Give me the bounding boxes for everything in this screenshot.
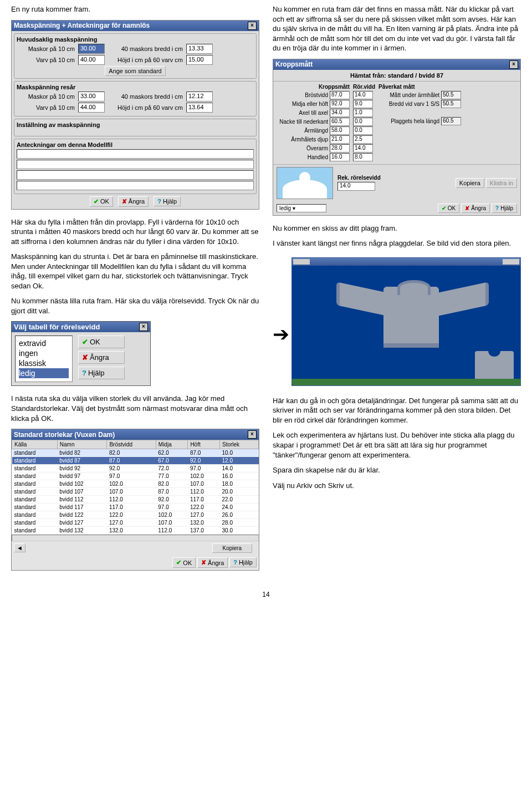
close-icon[interactable]: × bbox=[139, 323, 148, 331]
group-label: Inställning av maskspänning bbox=[17, 121, 254, 128]
dialog-title: Välj tabell för rörelsevidd bbox=[14, 323, 100, 331]
table-row[interactable]: standardbvidd 132132.0112.0137.030.0 bbox=[12, 527, 259, 535]
ok-button[interactable]: ✔OK bbox=[172, 557, 196, 568]
measure-label: Handled bbox=[275, 154, 328, 160]
body-paragraph: Här ska du fylla i måtten från din provl… bbox=[11, 217, 259, 247]
storlekar-dialog: Standard storlekar (Vuxen Dam) × KällaNa… bbox=[11, 429, 259, 571]
hojd-input[interactable]: 15.00 bbox=[186, 55, 213, 65]
close-icon[interactable]: × bbox=[509, 60, 518, 69]
measure-input[interactable]: 58.0 bbox=[330, 126, 350, 135]
list-item-selected[interactable]: ledig bbox=[19, 368, 69, 378]
help-button[interactable]: ?Hjälp bbox=[154, 196, 181, 206]
measure-input[interactable]: 87.0 bbox=[330, 91, 350, 99]
table-row[interactable]: standardbvidd 9797.077.0102.016.0 bbox=[12, 472, 259, 480]
column-header[interactable]: Storlek bbox=[219, 440, 258, 449]
scrollbar[interactable] bbox=[12, 535, 259, 541]
help-button[interactable]: ?Hjälp bbox=[229, 557, 257, 567]
ease-list[interactable]: extravid ingen klassisk ledig bbox=[15, 336, 73, 382]
kopiera-button[interactable]: Kopiera bbox=[456, 178, 484, 188]
varv-input[interactable]: 40.00 bbox=[78, 55, 105, 65]
rek-value: 14.0 bbox=[337, 182, 375, 191]
check-icon: ✔ bbox=[176, 559, 181, 566]
measure-input[interactable]: 60.5 bbox=[330, 118, 350, 126]
help-icon: ? bbox=[82, 369, 86, 377]
measure-input[interactable]: 34.0 bbox=[330, 109, 350, 117]
column-header[interactable]: Midja bbox=[156, 440, 188, 449]
notes-line[interactable] bbox=[17, 181, 254, 190]
ease-input[interactable]: 14.0 bbox=[353, 144, 373, 153]
measure-label: Axel till axel bbox=[275, 110, 328, 116]
bredd-resar-input[interactable]: 12.12 bbox=[186, 92, 213, 101]
varv-resar-input[interactable]: 44.00 bbox=[78, 103, 105, 113]
list-item[interactable]: extravid bbox=[19, 338, 69, 348]
table-row[interactable]: standardbvidd 122122.0102.0127.026.0 bbox=[12, 511, 259, 519]
ease-input[interactable]: 14.0 bbox=[353, 91, 373, 99]
ease-input[interactable]: 2.5 bbox=[353, 135, 373, 144]
ease-input[interactable]: 0.0 bbox=[353, 118, 373, 126]
ange-standard-button[interactable]: Ange som standard bbox=[105, 66, 165, 76]
kroppsmatt-dialog: Kroppsmått × Hämtat från: standard / bvi… bbox=[273, 59, 521, 216]
list-item[interactable]: ingen bbox=[19, 348, 69, 358]
list-item[interactable]: klassisk bbox=[19, 358, 69, 368]
column-header: Påverkat mått bbox=[378, 84, 461, 90]
klistra-button: Klistra in bbox=[486, 178, 517, 188]
ease-input[interactable]: 9.0 bbox=[353, 100, 373, 108]
pattern-piece[interactable] bbox=[475, 351, 514, 379]
table-row[interactable]: standardbvidd 8282.062.087.010.0 bbox=[12, 449, 259, 457]
table-row[interactable]: standardbvidd 112112.092.0117.022.0 bbox=[12, 496, 259, 504]
close-icon[interactable]: × bbox=[248, 430, 257, 439]
table-row[interactable]: standardbvidd 102102.082.0107.018.0 bbox=[12, 480, 259, 488]
ease-input[interactable]: 1.0 bbox=[353, 109, 373, 117]
window-titlebar bbox=[292, 258, 520, 266]
column-header[interactable]: Bröstvidd bbox=[107, 440, 156, 449]
maskor-resar-input[interactable]: 33.00 bbox=[78, 92, 105, 101]
ease-input[interactable]: 0.0 bbox=[353, 126, 373, 135]
help-icon: ? bbox=[495, 205, 499, 211]
maskspanning-dialog: Maskspänning + Anteckningar för namnlös … bbox=[11, 20, 259, 210]
column-header[interactable]: Höft bbox=[188, 440, 220, 449]
body-paragraph: Här kan du gå in och göra detaljändringa… bbox=[273, 396, 521, 425]
ok-button[interactable]: ✔OK bbox=[78, 336, 125, 348]
ease-dropdown[interactable]: ledig ▾ bbox=[277, 204, 326, 212]
kopiera-button[interactable]: Kopiera bbox=[212, 543, 252, 553]
column-header[interactable]: Namn bbox=[57, 440, 107, 449]
cancel-button[interactable]: ✘Ångra bbox=[461, 204, 490, 213]
table-row[interactable]: standardbvidd 9292.072.097.014.0 bbox=[12, 465, 259, 472]
cancel-button[interactable]: ✘Ångra bbox=[197, 557, 228, 568]
hojd-resar-input[interactable]: 13.64 bbox=[186, 103, 213, 113]
measure-label: Ärmhålets djup bbox=[275, 136, 328, 143]
cancel-button[interactable]: ✘Ångra bbox=[118, 196, 149, 207]
column-header: Rör.vidd bbox=[353, 84, 375, 90]
help-button[interactable]: ?Hjälp bbox=[492, 204, 517, 213]
measure-input[interactable]: 92.0 bbox=[330, 100, 350, 108]
table-row[interactable]: standardbvidd 117117.097.0122.024.0 bbox=[12, 504, 259, 511]
check-icon: ✔ bbox=[82, 338, 88, 346]
body-paragraph: I nästa ruta ska du välja vilken storlek… bbox=[11, 394, 259, 423]
ok-button[interactable]: ✔OK bbox=[438, 204, 459, 213]
column-header[interactable]: Källa bbox=[12, 440, 58, 449]
table-row[interactable]: standardbvidd 107107.087.0112.020.0 bbox=[12, 488, 259, 496]
result-value: 60.5 bbox=[441, 117, 461, 125]
notes-line[interactable] bbox=[17, 149, 254, 159]
measure-input[interactable]: 28.0 bbox=[330, 144, 350, 153]
measure-label: Överarm bbox=[275, 145, 328, 151]
bredd-input[interactable]: 13.33 bbox=[186, 44, 213, 54]
check-icon: ✔ bbox=[442, 205, 446, 211]
body-paragraph: Nu kommer en ruta fram där det finns en … bbox=[273, 4, 521, 53]
page-number: 14 bbox=[0, 591, 532, 598]
group-label: Huvudsaklig maskspänning bbox=[17, 36, 254, 43]
measure-input[interactable]: 16.0 bbox=[330, 153, 350, 161]
maskor-input[interactable]: 30.00 bbox=[78, 44, 105, 54]
notes-line[interactable] bbox=[17, 170, 254, 180]
sizes-table[interactable]: KällaNamnBröstviddMidjaHöftStorlek stand… bbox=[12, 440, 259, 535]
cancel-button[interactable]: ✘Ångra bbox=[78, 351, 125, 364]
ease-input[interactable]: 8.0 bbox=[353, 153, 373, 161]
table-row[interactable]: standardbvidd 8787.067.092.012.0 bbox=[12, 457, 259, 465]
ok-button[interactable]: ✔OK bbox=[90, 196, 113, 207]
measure-input[interactable]: 21.0 bbox=[330, 135, 350, 144]
close-icon[interactable]: × bbox=[248, 22, 257, 30]
help-button[interactable]: ?Hjälp bbox=[78, 367, 125, 379]
chevron-left-icon[interactable]: ◄ bbox=[14, 543, 25, 552]
table-row[interactable]: standardbvidd 127127.0107.0132.028.0 bbox=[12, 519, 259, 527]
notes-line[interactable] bbox=[17, 160, 254, 169]
